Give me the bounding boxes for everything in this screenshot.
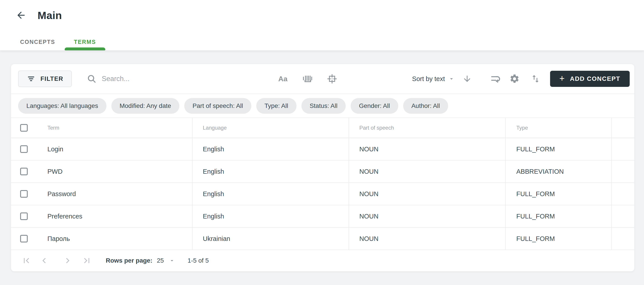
toolbar: FILTER Aa [11,64,634,94]
dropdown-caret-icon [169,257,175,264]
search-icon [86,74,97,84]
tab-terms[interactable]: TERMS [64,33,106,50]
language-cell: English [203,190,224,198]
column-header-language: Language [203,125,227,131]
table-row[interactable]: Preferences English NOUN FULL_FORM [11,205,634,228]
filter-chip-type[interactable]: Type: All [256,98,296,114]
part-of-speech-cell: NOUN [359,190,378,198]
type-cell: ABBREVIATION [516,168,564,175]
terminology-page: Main CONCEPTS TERMS FILTER [0,0,644,285]
tab-bar: CONCEPTS TERMS [11,33,105,50]
row-checkbox[interactable] [20,235,28,242]
tab-concepts[interactable]: CONCEPTS [11,33,64,50]
add-concept-label: ADD CONCEPT [570,75,620,82]
select-area-icon [326,73,338,84]
arrow-down-icon [462,74,472,84]
language-cell: English [203,168,224,175]
table-row[interactable]: PWD English NOUN ABBREVIATION [11,161,634,183]
sort-by-dropdown[interactable]: Sort by text [412,75,455,83]
toolbar-right: Sort by text [412,64,630,94]
pagination-range: 1-5 of 5 [188,257,209,264]
row-checkbox[interactable] [20,145,28,153]
row-checkbox[interactable] [20,168,28,175]
term-cell: Preferences [48,213,82,220]
low-priority-icon [490,74,500,84]
table-row[interactable]: Password English NOUN FULL_FORM [11,183,634,205]
table-header: Term Language Part of speech Type [11,118,634,138]
next-page-button[interactable] [62,255,73,266]
filter-chip-part-of-speech[interactable]: Part of speech: All [184,98,251,114]
plus-icon: + [560,74,564,83]
search-box [86,74,198,84]
type-cell: FULL_FORM [516,213,555,220]
type-cell: FULL_FORM [516,190,555,198]
gear-icon [510,74,520,84]
first-page-button[interactable] [21,255,32,266]
app-bar: Main CONCEPTS TERMS [0,0,644,50]
column-header-part-of-speech: Part of speech [359,125,394,131]
row-checkbox[interactable] [20,190,28,198]
last-page-button[interactable] [82,255,92,266]
part-of-speech-cell: NOUN [359,213,378,220]
term-cell: Login [48,146,63,153]
arrow-left-icon [16,10,26,21]
filter-button-label: FILTER [40,76,63,82]
import-export-icon [530,74,540,84]
term-cell: Пароль [48,235,70,242]
language-cell: English [203,146,224,153]
prev-page-button[interactable] [39,255,50,266]
column-header-term: Term [48,125,59,131]
search-options: Aa [276,64,338,94]
scrollbar-gutter [612,118,634,138]
dropdown-caret-icon [448,76,455,82]
settings-button[interactable] [510,74,520,84]
pagination-bar: Rows per page: 25 1-5 of 5 [11,250,634,271]
terms-panel: FILTER Aa [11,64,634,271]
sort-direction-button[interactable] [462,74,472,84]
barcode-icon [302,73,313,84]
barcode-button[interactable] [301,73,314,85]
filter-chip-author[interactable]: Author: All [403,98,448,114]
filter-icon [26,74,36,83]
search-input[interactable] [102,75,198,83]
filter-chip-languages[interactable]: Languages: All languages [18,98,106,114]
select-all-checkbox[interactable] [20,124,28,132]
scrollbar-gutter [612,183,634,205]
first-page-icon [21,255,32,266]
type-cell: FULL_FORM [516,235,555,242]
last-page-icon [82,255,92,266]
type-cell: FULL_FORM [516,146,555,153]
match-case-button[interactable]: Aa [276,73,289,85]
column-header-type: Type [516,125,528,131]
back-button[interactable] [14,8,28,22]
table-row[interactable]: Пароль Ukrainian NOUN FULL_FORM [11,228,634,250]
filter-chip-modified[interactable]: Modified: Any date [111,98,179,114]
rows-per-page-value: 25 [157,257,164,264]
sort-by-label: Sort by text [412,75,445,83]
part-of-speech-cell: NOUN [359,235,378,242]
scrollbar-gutter [612,138,634,160]
rows-per-page-select[interactable]: 25 [157,257,175,264]
filter-chips-row: Languages: All languages Modified: Any d… [11,94,634,118]
move-terms-button[interactable] [490,74,500,84]
page-title: Main [38,9,62,22]
rows-per-page-label: Rows per page: [106,257,152,264]
row-checkbox[interactable] [20,212,28,220]
term-cell: PWD [48,168,62,175]
term-cell: Password [48,190,76,198]
chevron-right-icon [62,255,73,266]
filter-chip-gender[interactable]: Gender: All [350,98,398,114]
table-row[interactable]: Login English NOUN FULL_FORM [11,138,634,161]
chevron-left-icon [39,255,50,266]
import-export-button[interactable] [530,74,540,84]
scrollbar-gutter [612,205,634,227]
scrollbar-gutter [612,161,634,182]
match-case-icon: Aa [278,75,288,83]
part-of-speech-cell: NOUN [359,146,378,153]
part-of-speech-cell: NOUN [359,168,378,175]
add-concept-button[interactable]: + ADD CONCEPT [550,71,630,87]
select-area-button[interactable] [326,73,338,85]
filter-chip-status[interactable]: Status: All [302,98,346,114]
filter-button[interactable]: FILTER [18,71,72,87]
language-cell: English [203,213,224,220]
